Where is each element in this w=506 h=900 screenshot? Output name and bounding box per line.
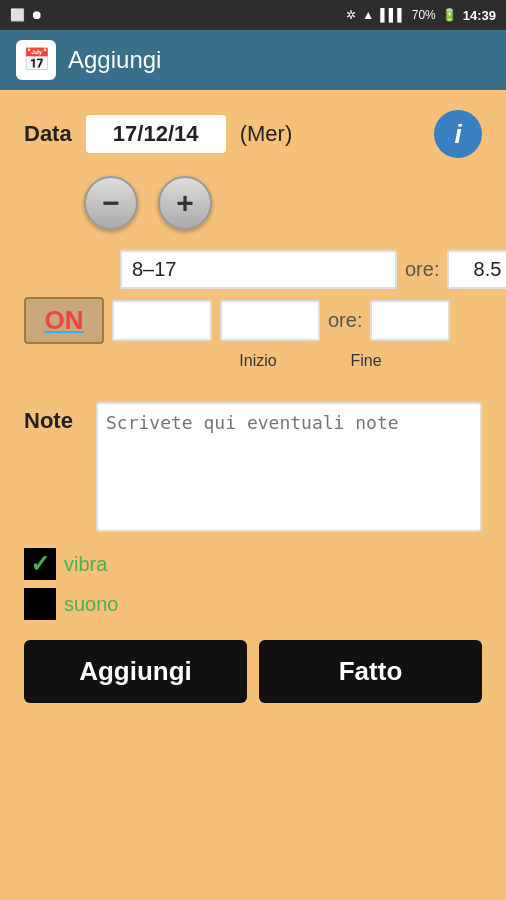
end-label: Fine: [316, 352, 416, 370]
suono-label: suono: [64, 593, 119, 616]
wifi-icon: ▲: [362, 8, 374, 22]
info-button[interactable]: i: [434, 110, 482, 158]
date-row: Data (Mer) i: [24, 110, 482, 158]
date-input[interactable]: [86, 115, 226, 153]
page-title: Aggiungi: [68, 46, 161, 74]
bluetooth-icon: ✲: [346, 8, 356, 22]
suono-checkbox-item: suono: [24, 588, 482, 620]
end-time-input[interactable]: [220, 300, 320, 341]
ore-label-2: ore:: [328, 309, 362, 332]
hours-input-2[interactable]: [370, 300, 450, 341]
title-bar: 📅 Aggiungi: [0, 30, 506, 90]
start-end-labels: Inizio Fine: [112, 352, 482, 370]
vibra-label: vibra: [64, 553, 107, 576]
decrement-button[interactable]: −: [84, 176, 138, 230]
vibra-checkbox[interactable]: ✓: [24, 548, 56, 580]
start-label: Inizio: [208, 352, 308, 370]
stepper-row: − +: [24, 176, 482, 230]
shift-input[interactable]: [120, 250, 397, 289]
action-buttons: Aggiungi Fatto: [24, 640, 482, 703]
shift-row-1: ore:: [24, 250, 482, 289]
ore-label-1: ore:: [405, 258, 439, 281]
notes-label: Note: [24, 402, 84, 532]
status-bar: ⬜ ⏺ ✲ ▲ ▌▌▌ 70% 🔋 14:39: [0, 0, 506, 30]
date-label: Data: [24, 121, 72, 147]
notes-row: Note: [24, 402, 482, 532]
suono-checkbox[interactable]: [24, 588, 56, 620]
record-icon: ⏺: [31, 8, 43, 22]
vibra-checkbox-item: ✓ vibra: [24, 548, 482, 580]
app-icon: 📅: [16, 40, 56, 80]
checkmark-icon: ✓: [30, 550, 50, 578]
day-label: (Mer): [240, 121, 293, 147]
fatto-button[interactable]: Fatto: [259, 640, 482, 703]
start-time-input[interactable]: [112, 300, 212, 341]
aggiungi-button[interactable]: Aggiungi: [24, 640, 247, 703]
battery-indicator: 70%: [412, 8, 436, 22]
main-content: Data (Mer) i − + ore: ON ore: Inizio Fin…: [0, 90, 506, 900]
hours-input[interactable]: [447, 250, 506, 289]
increment-button[interactable]: +: [158, 176, 212, 230]
calendar-icon: 📅: [23, 47, 50, 73]
on-badge[interactable]: ON: [24, 297, 104, 344]
shift-area: ore: ON ore: Inizio Fine: [24, 250, 482, 386]
checkbox-row: ✓ vibra suono: [24, 548, 482, 620]
shift-row-2: ON ore:: [24, 297, 482, 344]
status-time: 14:39: [463, 8, 496, 23]
signal-icon: ▌▌▌: [380, 8, 406, 22]
notes-textarea[interactable]: [96, 402, 482, 532]
battery-icon: 🔋: [442, 8, 457, 22]
screenshot-icon: ⬜: [10, 8, 25, 22]
